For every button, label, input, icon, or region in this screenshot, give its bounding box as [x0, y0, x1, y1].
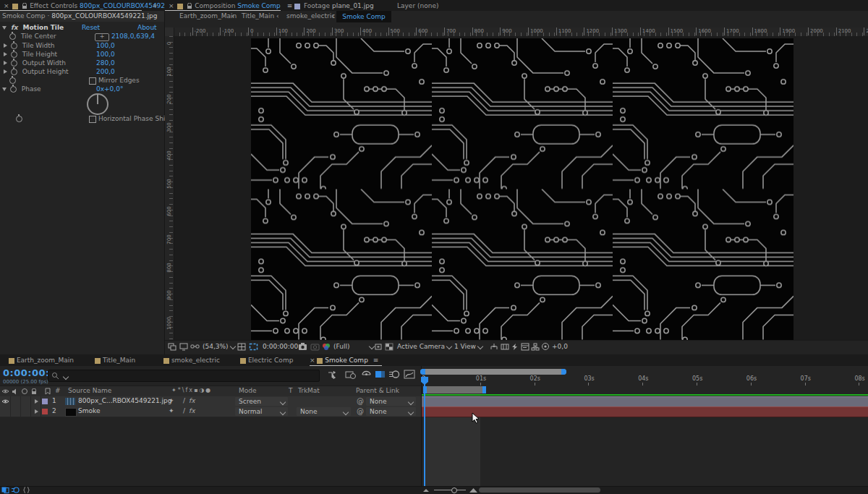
about-button[interactable]: About: [137, 23, 157, 32]
blend-mode-dropdown[interactable]: Screen: [235, 397, 288, 406]
panel-menu-icon[interactable]: ≡: [287, 2, 293, 9]
pixel-aspect-icon[interactable]: [501, 343, 511, 352]
source-name-column[interactable]: Source Name: [68, 387, 111, 394]
phase-dial[interactable]: [87, 93, 109, 115]
timeline-navigator-bar[interactable]: [420, 369, 566, 375]
search-input[interactable]: [48, 370, 320, 382]
timeline-tab-title-main[interactable]: Title_Main: [95, 354, 135, 366]
show-snapshot-icon[interactable]: [310, 342, 320, 351]
motion-blur-master-icon[interactable]: [12, 487, 22, 494]
panel-overflow-button[interactable]: »: [153, 1, 157, 9]
close-icon[interactable]: ×: [169, 2, 174, 9]
composition-image-circuit-pattern[interactable]: [251, 38, 793, 340]
layer-label-color[interactable]: [42, 409, 48, 414]
viewer-crumb-earth-zoom-main[interactable]: Earth_zoom_Main: [179, 12, 237, 20]
layer-expand-arrow[interactable]: [35, 399, 38, 404]
parent-pickwhip-icon[interactable]: @: [357, 397, 364, 405]
stopwatch-icon[interactable]: [16, 116, 22, 122]
motion-blur-icon[interactable]: [388, 370, 399, 378]
expand-arrow-icon[interactable]: [4, 52, 7, 56]
horizontal-phase-checkbox[interactable]: [89, 116, 96, 123]
expand-arrow-icon[interactable]: [4, 69, 7, 74]
work-area-bar[interactable]: [423, 386, 486, 393]
collapse-switch-icon[interactable]: ✦: [169, 397, 174, 404]
parent-pickwhip-icon[interactable]: @: [357, 407, 364, 415]
playhead-marker[interactable]: [420, 376, 429, 386]
search-options-chevron-icon[interactable]: [63, 374, 69, 380]
mirror-edges-checkbox[interactable]: [89, 77, 96, 85]
prop-label[interactable]: Mirror Edges: [98, 77, 140, 84]
lock-icon[interactable]: [22, 3, 27, 9]
timeline-tab-earth-zoom-main[interactable]: Earth_zoom_Main: [9, 354, 74, 366]
fx-switch-icon[interactable]: fx: [189, 397, 195, 404]
frame-blending-master-icon[interactable]: [1, 487, 12, 494]
prop-label[interactable]: Tile Height: [22, 51, 57, 58]
crosshair-button[interactable]: +: [95, 33, 109, 41]
prop-value[interactable]: 0x+0,0°: [96, 85, 123, 93]
prop-value[interactable]: 2108,0,639,4: [111, 33, 155, 40]
prop-value[interactable]: 100,0: [96, 41, 115, 50]
timeline-zoom-slider-knob[interactable]: [451, 487, 457, 493]
stopwatch-icon[interactable]: [11, 60, 17, 67]
prop-label[interactable]: Tile Center: [21, 33, 56, 40]
tab-layer[interactable]: Layer (none): [397, 1, 438, 11]
roi-icon[interactable]: [374, 343, 384, 352]
graph-editor-icon[interactable]: [404, 370, 414, 378]
show-channels-icon[interactable]: [321, 342, 331, 351]
reset-button[interactable]: Reset: [82, 23, 100, 32]
stopwatch-icon[interactable]: [9, 77, 16, 84]
switches-toggle-icon[interactable]: [22, 487, 33, 494]
resolution-dropdown[interactable]: (Full): [333, 342, 374, 352]
collapse-switch-icon[interactable]: ✦: [169, 407, 174, 414]
prop-label[interactable]: Output Height: [22, 68, 69, 75]
expand-arrow-icon[interactable]: [4, 61, 7, 65]
prop-value[interactable]: 280,0: [96, 59, 115, 67]
stopwatch-icon[interactable]: [9, 33, 16, 40]
flowchart-icon[interactable]: [531, 343, 541, 352]
collapse-arrow-icon[interactable]: [2, 26, 7, 30]
stopwatch-icon[interactable]: [11, 69, 17, 75]
viewer-crumb-smoke-comp-active[interactable]: Smoke Comp: [336, 11, 391, 22]
mode-column[interactable]: Mode: [239, 387, 257, 394]
view-layout-dropdown[interactable]: 1 View: [454, 342, 482, 352]
work-area-end-handle[interactable]: [482, 386, 486, 393]
camera-view-dropdown[interactable]: Active Camera: [397, 342, 451, 352]
prop-value[interactable]: 200,0: [96, 67, 115, 76]
layer-row-2[interactable]: 2 Smoke ✦ / fx Normal None @ None: [0, 406, 421, 417]
quality-switch-icon[interactable]: /: [183, 407, 185, 414]
prop-label[interactable]: Output Width: [22, 59, 66, 67]
timeline-ruler[interactable]: 0s01s02s03s04s05s06s07s08s: [421, 375, 868, 386]
timeline-tab-electric-comp[interactable]: Electric Comp: [240, 354, 293, 366]
frame-blending-icon[interactable]: [375, 370, 385, 378]
prop-label[interactable]: Phase: [22, 85, 41, 93]
lock-icon[interactable]: [187, 3, 192, 9]
comp-timecode[interactable]: 0:00:00:00: [263, 342, 298, 352]
magnification-dropdown[interactable]: (54,3%): [203, 342, 235, 352]
snapshot-camera-icon[interactable]: [298, 342, 308, 351]
parent-dropdown[interactable]: None: [366, 397, 416, 406]
close-icon[interactable]: ×: [310, 357, 315, 364]
shy-icon[interactable]: [361, 370, 371, 378]
primary-viewer-icon[interactable]: [179, 343, 190, 352]
comp-mini-flowchart-icon[interactable]: [327, 370, 337, 379]
timeline-tab-smoke-comp-active[interactable]: × Smoke Comp ≡: [310, 354, 378, 366]
navigator-handle-left[interactable]: [420, 369, 425, 375]
breadcrumb-item[interactable]: 800px_COLOURBOX4549221.jpg: [51, 12, 157, 20]
tab-footage[interactable]: Footage plane_01.jpg: [293, 1, 374, 11]
effect-controls-tab[interactable]: × Effect Controls 800px_COLOURBOX4549221: [4, 1, 174, 11]
layer-1-duration-bar[interactable]: [422, 396, 868, 407]
blend-mode-dropdown[interactable]: Normal: [235, 407, 288, 416]
layer-name[interactable]: Smoke: [78, 407, 100, 414]
timeline-zoom-slider-track[interactable]: [434, 490, 466, 490]
layer-name[interactable]: 800px_C...RBOX4549221.jpg: [78, 397, 171, 404]
stopwatch-icon[interactable]: [10, 86, 17, 93]
fx-badge[interactable]: fx: [11, 24, 18, 31]
stopwatch-icon[interactable]: [11, 51, 17, 58]
breadcrumb-comp[interactable]: Smoke Comp: [2, 12, 46, 20]
region-of-interest-icon[interactable]: [249, 343, 259, 352]
visibility-eye-icon[interactable]: [1, 399, 9, 404]
trkmat-dropdown[interactable]: None: [297, 407, 351, 416]
transparency-grid-icon[interactable]: [385, 343, 395, 352]
stopwatch-icon[interactable]: [11, 43, 17, 49]
layer-label-color[interactable]: [42, 399, 48, 404]
